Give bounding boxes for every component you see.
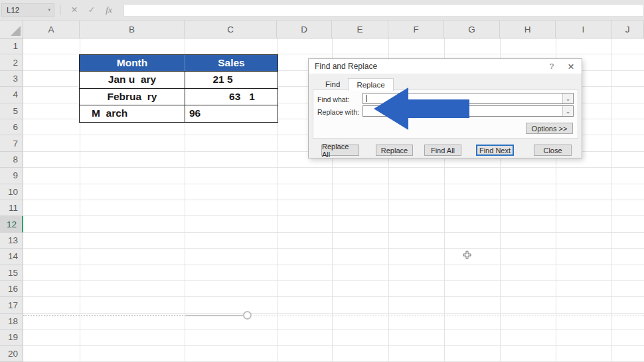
table-row: Jan u ary21 5 (80, 71, 278, 88)
data-table: MonthSalesJan u ary21 5Februa ry63 1M ar… (79, 54, 278, 123)
close-button[interactable]: Close (534, 145, 572, 156)
table-row: M arch96 (80, 105, 278, 121)
table-cell[interactable]: Jan u ary (80, 72, 185, 88)
cell-cursor-icon (463, 251, 471, 259)
video-progress-remaining (254, 315, 644, 316)
formula-bar-divider (60, 5, 60, 15)
video-progress-played (23, 315, 186, 316)
table-cell[interactable]: M arch (80, 105, 185, 121)
row-header-13[interactable]: 13 (0, 233, 23, 249)
help-button[interactable]: ? (543, 62, 560, 70)
select-all-triangle-icon (11, 26, 21, 36)
row-header-20[interactable]: 20 (0, 346, 23, 362)
row-header-9[interactable]: 9 (0, 168, 23, 184)
find-what-label: Find what: (317, 95, 349, 103)
row-header-19[interactable]: 19 (0, 330, 23, 345)
table-cell[interactable]: Februa ry (80, 89, 185, 105)
annotation-arrow-shape (374, 88, 469, 130)
formula-input[interactable] (123, 4, 644, 17)
row-header-14[interactable]: 14 (0, 249, 23, 265)
row-header-4[interactable]: 4 (0, 87, 23, 103)
table-cell[interactable]: 63 1 (185, 89, 278, 105)
column-header-cells: ABCDEFGHIJ (23, 21, 644, 38)
video-progress-buffered (186, 315, 244, 316)
formula-bar-row: L12 ▾ ✕ ✓ fx (0, 0, 644, 20)
column-header-c[interactable]: C (185, 21, 277, 38)
column-header-e[interactable]: E (332, 21, 388, 38)
gridline-horizontal (23, 232, 644, 233)
find-what-dropdown-icon[interactable]: ⌄ (562, 93, 573, 103)
gridline-horizontal (23, 296, 644, 297)
row-header-5[interactable]: 5 (0, 103, 23, 119)
gridline-horizontal (23, 215, 644, 216)
row-header-15[interactable]: 15 (0, 265, 23, 281)
column-headers: ABCDEFGHIJ (0, 20, 644, 38)
name-box[interactable]: L12 ▾ (1, 3, 54, 17)
text-caret (366, 95, 366, 102)
row-header-8[interactable]: 8 (0, 152, 23, 168)
table-header-row: MonthSales (80, 55, 278, 71)
name-box-dropdown-icon[interactable]: ▾ (48, 7, 50, 13)
insert-function-icon[interactable]: fx (100, 0, 118, 20)
row-header-6[interactable]: 6 (0, 119, 23, 135)
column-header-h[interactable]: H (500, 21, 556, 38)
find-next-button[interactable]: Find Next (476, 145, 514, 156)
excel-window: L12 ▾ ✕ ✓ fx ABCDEFGHIJ 1234567891011121… (0, 0, 644, 362)
gridline-horizontal (23, 200, 644, 200)
table-cell[interactable]: 96 (185, 105, 278, 121)
dialog-title: Find and Replace (315, 62, 377, 71)
row-headers: 1234567891011121314151617181920 (0, 38, 23, 362)
row-header-2[interactable]: 2 (0, 54, 23, 70)
options-button[interactable]: Options >> (526, 123, 573, 134)
table-cell[interactable]: 21 5 (185, 72, 278, 88)
column-header-a[interactable]: A (23, 21, 80, 38)
gridline-horizontal (23, 280, 644, 281)
table-row: Februa ry63 1 (80, 88, 278, 105)
replace-button[interactable]: Replace (376, 145, 413, 156)
replace-all-button[interactable]: Replace All (321, 145, 359, 156)
name-box-value: L12 (7, 6, 19, 14)
column-header-d[interactable]: D (277, 21, 332, 38)
row-header-12[interactable]: 12 (0, 216, 23, 232)
gridline-horizontal (23, 345, 644, 346)
row-header-1[interactable]: 1 (0, 38, 23, 54)
table-header-sales[interactable]: Sales (185, 55, 278, 71)
column-header-g[interactable]: G (444, 21, 500, 38)
column-header-f[interactable]: F (388, 21, 444, 38)
gridline-horizontal (23, 184, 644, 184)
row-header-16[interactable]: 16 (0, 281, 23, 297)
replace-with-label: Replace with: (317, 108, 359, 116)
tab-find[interactable]: Find (317, 78, 348, 90)
find-all-button[interactable]: Find All (424, 145, 461, 156)
column-header-i[interactable]: I (556, 21, 611, 38)
gridline-horizontal (23, 313, 644, 314)
gridline-horizontal (23, 167, 644, 168)
gridline-horizontal (23, 248, 644, 249)
row-header-10[interactable]: 10 (0, 184, 23, 200)
row-header-7[interactable]: 7 (0, 135, 23, 151)
row-header-11[interactable]: 11 (0, 200, 23, 216)
row-header-3[interactable]: 3 (0, 71, 23, 87)
gridline-horizontal (23, 265, 644, 265)
cancel-icon[interactable]: ✕ (66, 0, 83, 20)
row-header-17[interactable]: 17 (0, 297, 23, 313)
dialog-titlebar[interactable]: Find and Replace ? ✕ (309, 59, 582, 74)
gridline-horizontal (23, 329, 644, 330)
gridline-vertical (611, 38, 612, 362)
replace-with-dropdown-icon[interactable]: ⌄ (562, 106, 573, 116)
annotation-arrow (367, 84, 473, 134)
dialog-buttons-row: Replace AllReplaceFind AllFind NextClose (309, 145, 582, 156)
table-header-month[interactable]: Month (80, 55, 185, 71)
enter-icon[interactable]: ✓ (83, 0, 100, 20)
column-header-b[interactable]: B (80, 21, 185, 38)
select-all-button[interactable] (0, 21, 23, 38)
video-progress-handle[interactable] (243, 311, 252, 320)
dialog-close-icon[interactable]: ✕ (560, 62, 582, 72)
column-header-j[interactable]: J (611, 21, 644, 38)
row-header-18[interactable]: 18 (0, 314, 23, 330)
